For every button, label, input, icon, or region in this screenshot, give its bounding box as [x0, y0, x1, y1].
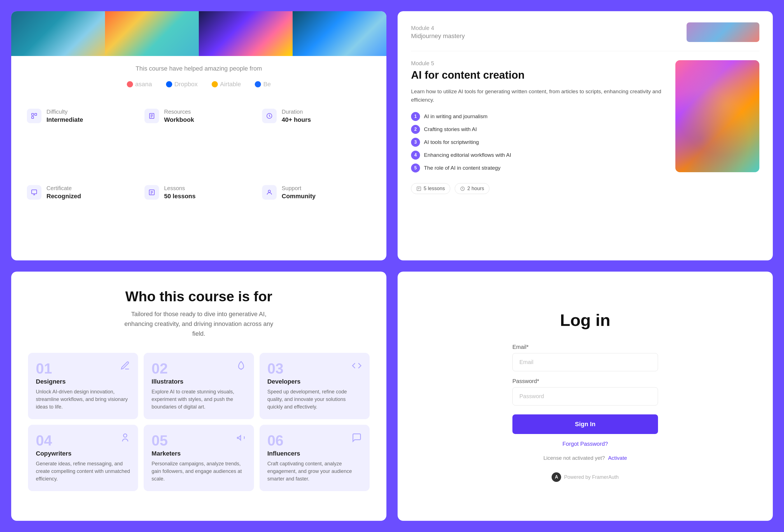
svg-point-21	[123, 434, 127, 437]
clock-tag-icon	[460, 186, 465, 191]
difficulty-icon	[31, 113, 37, 119]
password-group: Password*	[512, 378, 658, 405]
svg-rect-2	[32, 116, 34, 118]
stat-value-certificate: Recognized	[47, 193, 81, 200]
course-stats-grid: Difficulty Intermediate Resources Workbo…	[11, 96, 386, 260]
lesson-item-5: 5 The role of AI in content strategy	[411, 164, 664, 172]
lessons-tag: 5 lessons	[411, 183, 450, 194]
forgot-password-link[interactable]: Forgot Password?	[512, 441, 658, 447]
lesson-item-3: 3 AI tools for scriptwriting	[411, 138, 664, 147]
duration-icon-box	[262, 109, 277, 123]
lesson-item-1: 1 AI in writing and journalism	[411, 112, 664, 121]
activate-link[interactable]: Activate	[608, 455, 627, 461]
module4-row: Module 4 Midjourney mastery	[411, 22, 759, 42]
chat-icon	[352, 432, 362, 443]
hours-tag-label: 2 hours	[467, 186, 484, 192]
code-icon	[352, 361, 362, 371]
lesson-num-5: 5	[411, 164, 420, 172]
pencil-icon	[120, 361, 130, 371]
module5-label: Module 5	[411, 60, 664, 67]
audience-card-designers: 01 Designers Unlock AI-driven design inn…	[28, 353, 138, 419]
module4-thumbnail	[687, 22, 759, 42]
module4-label: Module 4	[411, 25, 465, 31]
hours-tag: 2 hours	[455, 183, 489, 194]
brand-behance: Be	[255, 81, 271, 88]
audience-card-copywriters: 04 Copywriters Generate ideas, refine me…	[28, 425, 138, 491]
lesson-item-4: 4 Enhancing editorial workflows with AI	[411, 151, 664, 160]
password-input[interactable]	[512, 387, 658, 405]
brand-logos-row: asana Dropbox Airtable Be	[11, 78, 386, 96]
audience-title-developers: Developers	[268, 378, 362, 385]
audience-title-influencers: Influencers	[268, 450, 362, 457]
certificate-icon	[31, 189, 37, 196]
stat-resources: Resources Workbook	[140, 102, 258, 178]
course-helped-text: This course have helped amazing people f…	[11, 56, 386, 78]
stat-value-support: Community	[282, 193, 315, 200]
audience-card-illustrators: 02 Illustrators Explore AI to create stu…	[144, 353, 254, 419]
lesson-num-3: 3	[411, 138, 420, 147]
stat-difficulty: Difficulty Intermediate	[22, 102, 140, 178]
stat-label-support: Support	[282, 185, 315, 192]
airtable-icon	[212, 81, 218, 87]
framerauth-icon: A	[552, 472, 561, 482]
stat-value-difficulty: Intermediate	[47, 116, 83, 123]
audience-grid: 01 Designers Unlock AI-driven design inn…	[28, 353, 370, 491]
lessons-icon-box	[144, 185, 159, 200]
brand-airtable: Airtable	[212, 81, 241, 88]
audience-title-designers: Designers	[36, 378, 130, 385]
megaphone-icon	[236, 432, 246, 443]
lesson-text-3: AI tools for scriptwriting	[424, 139, 479, 145]
brand-dropbox: Dropbox	[166, 81, 198, 88]
stat-support: Support Community	[258, 178, 375, 255]
stat-label-lessons: Lessons	[164, 185, 196, 192]
powered-by-row: A Powered by FramerAuth	[552, 472, 618, 482]
lesson-list: 1 AI in writing and journalism 2 Craftin…	[411, 112, 664, 172]
svg-rect-0	[32, 113, 34, 115]
audience-panel: Who this course is for Tailored for thos…	[11, 272, 386, 521]
support-icon-box	[262, 185, 277, 200]
stat-lessons: Lessons 50 lessons	[140, 178, 258, 255]
stat-certificate: Certificate Recognized	[22, 178, 140, 255]
stat-value-lessons: 50 lessons	[164, 193, 196, 200]
person-icon	[120, 432, 130, 443]
lesson-text-5: The role of AI in content strategy	[424, 165, 501, 171]
powered-by-text: Powered by FramerAuth	[564, 474, 618, 480]
license-row: License not activated yet? Activate	[512, 455, 658, 461]
password-label: Password*	[512, 378, 658, 385]
audience-desc-designers: Unlock AI-driven design innovation, stre…	[36, 388, 130, 411]
module-footer-tags: 5 lessons 2 hours	[411, 181, 664, 194]
audience-section-title: Who this course is for	[125, 288, 272, 305]
module5-description: Learn how to utilize AI tools for genera…	[411, 87, 664, 105]
support-icon	[266, 189, 273, 196]
sign-in-button[interactable]: Sign In	[512, 414, 658, 434]
lessons-icon	[148, 189, 155, 196]
difficulty-icon-box	[27, 109, 41, 123]
audience-title-illustrators: Illustrators	[151, 378, 246, 385]
course-overview-panel: This course have helped amazing people f…	[11, 11, 386, 260]
audience-num-copywriters: 04	[36, 433, 130, 448]
course-image-waterfall	[292, 11, 386, 56]
course-image-colorful	[105, 11, 199, 56]
module5-title: AI for content creation	[411, 69, 664, 82]
lesson-num-1: 1	[411, 112, 420, 121]
audience-num-illustrators: 02	[151, 361, 246, 376]
stat-label-duration: Duration	[282, 109, 311, 115]
audience-desc-developers: Speed up development, refine code qualit…	[268, 388, 362, 411]
stat-value-resources: Workbook	[164, 116, 194, 123]
module4-title: Midjourney mastery	[411, 32, 465, 40]
lesson-text-1: AI in writing and journalism	[424, 113, 487, 119]
lessons-tag-label: 5 lessons	[424, 186, 445, 192]
asana-icon	[127, 81, 133, 87]
audience-num-influencers: 06	[268, 433, 362, 448]
login-panel: Log in Email* Password* Sign In Forgot P…	[398, 272, 773, 521]
rocket-icon	[236, 361, 246, 371]
module-divider	[411, 51, 759, 51]
login-title: Log in	[560, 310, 610, 330]
audience-desc-marketers: Personalize campaigns, analyze trends, g…	[151, 460, 246, 483]
email-group: Email*	[512, 344, 658, 371]
email-input[interactable]	[512, 353, 658, 371]
stat-label-difficulty: Difficulty	[47, 109, 83, 115]
course-image-ocean	[11, 11, 105, 56]
audience-card-influencers: 06 Influencers Craft captivating content…	[259, 425, 370, 491]
dropbox-icon	[166, 81, 172, 87]
